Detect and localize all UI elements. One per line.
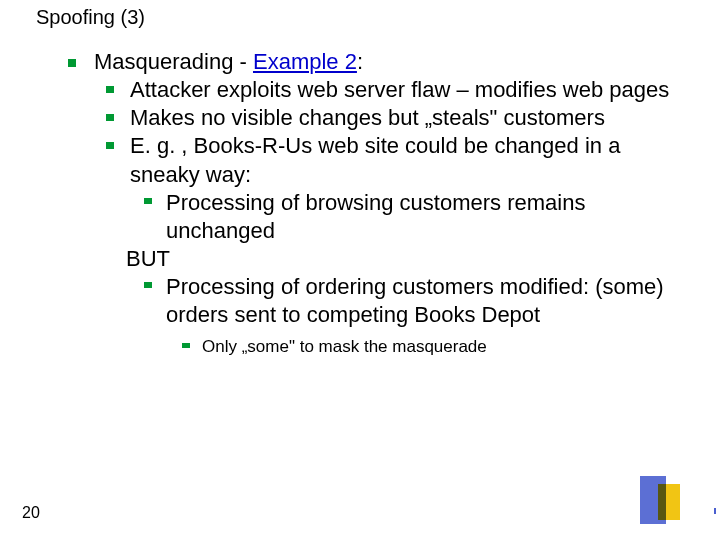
slide-title: Spoofing (3): [36, 6, 145, 29]
list-text: Only „some" to mask the masquerade: [202, 336, 692, 358]
bullet-icon: [144, 198, 152, 204]
bullet-icon: [68, 59, 76, 67]
text: :: [357, 49, 363, 74]
list-item: Processing of ordering customers modifie…: [144, 273, 692, 329]
list-text: Attacker exploits web server flaw – modi…: [130, 76, 692, 104]
bullet-icon: [106, 142, 114, 149]
bullet-icon: [106, 86, 114, 93]
list-text: Processing of browsing customers remains…: [166, 189, 692, 245]
list-item: E. g. , Books-R-Us web site could be cha…: [106, 132, 692, 188]
list-item: Only „some" to mask the masquerade: [182, 336, 692, 358]
deco-tick: [714, 508, 716, 514]
slide-content: Masquerading - Example 2: Attacker explo…: [68, 48, 692, 358]
slide-number: 20: [22, 504, 40, 522]
list-item: Masquerading - Example 2:: [68, 48, 692, 76]
list-text: E. g. , Books-R-Us web site could be cha…: [130, 132, 692, 188]
text: Masquerading -: [94, 49, 253, 74]
bullet-icon: [144, 282, 152, 288]
list-item: Processing of browsing customers remains…: [144, 189, 692, 245]
deco-bar-yellow: [658, 484, 680, 520]
list-item: Makes no visible changes but „steals" cu…: [106, 104, 692, 132]
list-text: Masquerading - Example 2:: [94, 48, 692, 76]
slide: Spoofing (3) Masquerading - Example 2: A…: [0, 0, 720, 540]
list-item: Attacker exploits web server flaw – modi…: [106, 76, 692, 104]
link-text: Example 2: [253, 49, 357, 74]
list-text: Makes no visible changes but „steals" cu…: [130, 104, 692, 132]
decoration: [640, 476, 680, 524]
list-text: BUT: [126, 245, 692, 273]
list-text: Processing of ordering customers modifie…: [166, 273, 692, 329]
bullet-icon: [182, 343, 190, 348]
bullet-icon: [106, 114, 114, 121]
